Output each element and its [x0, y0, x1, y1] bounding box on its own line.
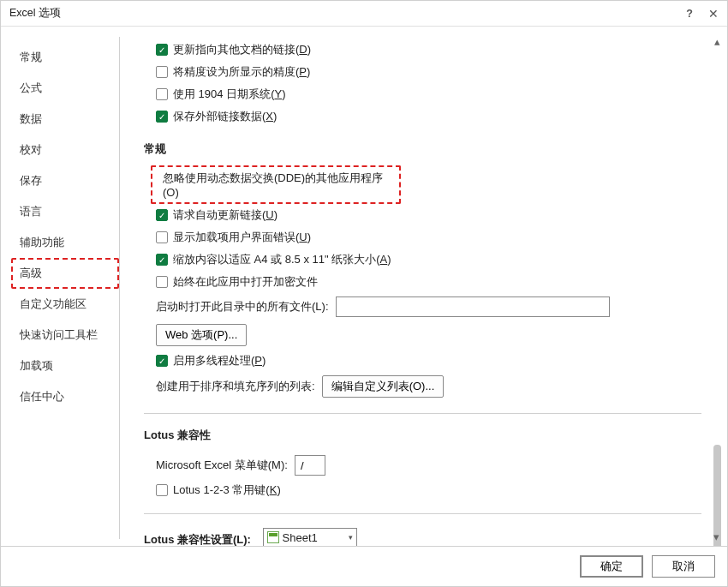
dialog-footer: 确定 取消 — [1, 546, 727, 586]
top-options: ✓ 更新指向其他文档的链接(D) 将精度设为所显示的精度(P) 使用 1904 … — [144, 39, 701, 128]
web-options-button[interactable]: Web 选项(P)... — [156, 324, 247, 346]
section-lotus-header: Lotus 兼容性 — [144, 428, 701, 443]
check-icon: ✓ — [156, 111, 168, 123]
dialog-title: Excel 选项 — [9, 6, 61, 21]
custom-list-label: 创建用于排序和填充序列的列表: — [156, 379, 315, 394]
excel-options-dialog: Excel 选项 ? ✕ 常规 公式 数据 校对 保存 语言 辅助功能 高级 自… — [0, 0, 728, 587]
check-icon: ✓ — [156, 209, 168, 221]
check-icon — [156, 88, 168, 100]
worksheet-icon — [267, 531, 279, 543]
checkbox-1904-date[interactable]: 使用 1904 日期系统(Y) — [156, 83, 701, 105]
checkbox-multithreading[interactable]: ✓ 启用多线程处理(P) — [156, 350, 701, 372]
sidebar-item-trust-center[interactable]: 信任中心 — [11, 381, 119, 412]
checkbox-update-links[interactable]: ✓ 更新指向其他文档的链接(D) — [156, 39, 701, 61]
checkbox-ask-update-links[interactable]: ✓ 请求自动更新链接(U) — [156, 204, 701, 226]
title-bar: Excel 选项 ? ✕ — [1, 1, 727, 27]
ok-button[interactable]: 确定 — [580, 555, 643, 578]
sidebar-item-language[interactable]: 语言 — [11, 196, 119, 227]
excel-menu-key-label: Microsoft Excel 菜单键(M): — [156, 458, 288, 473]
sidebar-item-quick-access[interactable]: 快速访问工具栏 — [11, 320, 119, 350]
dropdown-value: Sheet1 — [283, 531, 318, 544]
sidebar: 常规 公式 数据 校对 保存 语言 辅助功能 高级 自定义功能区 快速访问工具栏… — [11, 37, 120, 539]
sidebar-item-accessibility[interactable]: 辅助功能 — [11, 227, 119, 258]
excel-menu-key-row: Microsoft Excel 菜单键(M): — [156, 452, 701, 479]
lotus-sheet-dropdown[interactable]: Sheet1 ▾ — [263, 528, 357, 546]
scroll-up-icon[interactable]: ▴ — [714, 35, 721, 42]
checkbox-show-addin-errors[interactable]: 显示加载项用户界面错误(U) — [156, 226, 701, 249]
sidebar-item-general[interactable]: 常规 — [11, 42, 119, 73]
checkbox-precision-as-displayed[interactable]: 将精度设为所显示的精度(P) — [156, 61, 701, 83]
general-options: 忽略使用动态数据交换(DDE)的其他应用程序(O) ✓ 请求自动更新链接(U) … — [144, 165, 701, 401]
checkbox-ignore-dde[interactable]: 忽略使用动态数据交换(DDE)的其他应用程序(O) — [151, 165, 401, 204]
check-icon — [156, 484, 168, 496]
main-panel: ✓ 更新指向其他文档的链接(D) 将精度设为所显示的精度(P) 使用 1904 … — [120, 27, 727, 546]
checkbox-lotus-hotkeys[interactable]: Lotus 1-2-3 常用键(K) — [156, 479, 701, 501]
dialog-body: 常规 公式 数据 校对 保存 语言 辅助功能 高级 自定义功能区 快速访问工具栏… — [1, 27, 727, 546]
scroll-down-icon[interactable]: ▾ — [713, 530, 720, 537]
excel-menu-key-input[interactable] — [295, 455, 325, 476]
sidebar-item-formulas[interactable]: 公式 — [11, 73, 119, 104]
check-icon: ✓ — [156, 44, 168, 56]
divider — [144, 413, 701, 414]
lotus-options: Microsoft Excel 菜单键(M): Lotus 1-2-3 常用键(… — [144, 452, 701, 501]
section-general-header: 常规 — [144, 141, 701, 157]
custom-list-row: 创建用于排序和填充序列的列表: 编辑自定义列表(O)... — [156, 372, 701, 401]
check-icon — [156, 276, 168, 288]
check-icon — [156, 231, 168, 243]
close-icon[interactable]: ✕ — [708, 7, 719, 21]
checkbox-save-external-link-data[interactable]: ✓ 保存外部链接数据(X) — [156, 105, 701, 128]
chevron-down-icon: ▾ — [349, 533, 353, 542]
startup-folder-label: 启动时打开此目录中的所有文件(L): — [156, 299, 329, 314]
sidebar-item-save[interactable]: 保存 — [11, 165, 119, 196]
edit-custom-list-button[interactable]: 编辑自定义列表(O)... — [322, 375, 445, 398]
sidebar-item-advanced[interactable]: 高级 — [11, 258, 119, 289]
scrollbar[interactable]: ▴ ▾ — [710, 33, 725, 539]
sidebar-item-customize-ribbon[interactable]: 自定义功能区 — [11, 289, 119, 320]
divider — [144, 513, 701, 514]
startup-folder-row: 启动时打开此目录中的所有文件(L): — [156, 293, 701, 320]
checkbox-open-encrypted[interactable]: 始终在此应用中打开加密文件 — [156, 271, 701, 293]
help-icon[interactable]: ? — [686, 8, 693, 20]
check-icon — [156, 66, 168, 78]
check-icon: ✓ — [156, 254, 168, 266]
sidebar-item-addins[interactable]: 加载项 — [11, 350, 119, 381]
section-lotus-settings-header: Lotus 兼容性设置(L): Sheet1 ▾ — [144, 528, 701, 546]
checkbox-scale-a4[interactable]: ✓ 缩放内容以适应 A4 或 8.5 x 11" 纸张大小(A) — [156, 249, 701, 271]
sidebar-item-proofing[interactable]: 校对 — [11, 135, 119, 165]
cancel-button[interactable]: 取消 — [652, 555, 715, 578]
startup-folder-input[interactable] — [336, 296, 610, 317]
check-icon: ✓ — [156, 355, 168, 367]
sidebar-item-data[interactable]: 数据 — [11, 104, 119, 135]
